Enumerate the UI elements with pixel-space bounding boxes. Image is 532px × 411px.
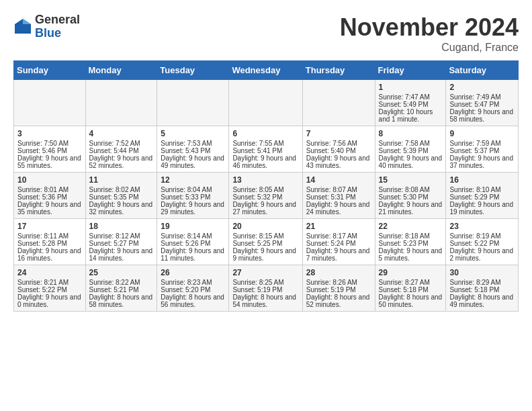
day-info: Sunrise: 8:27 AM xyxy=(379,279,443,286)
day-info: Daylight: 9 hours and 46 minutes. xyxy=(232,154,298,169)
calendar-table: SundayMondayTuesdayWednesdayThursdayFrid… xyxy=(13,60,519,312)
col-header-monday: Monday xyxy=(85,61,157,80)
day-info: Sunset: 5:30 PM xyxy=(379,193,443,201)
calendar-cell: 25Sunrise: 8:22 AMSunset: 5:21 PMDayligh… xyxy=(85,265,157,312)
day-info: Daylight: 8 hours and 52 minutes. xyxy=(306,293,371,308)
day-number: 25 xyxy=(89,268,154,277)
calendar-cell: 11Sunrise: 8:02 AMSunset: 5:35 PMDayligh… xyxy=(85,173,157,219)
day-info: Sunrise: 8:10 AM xyxy=(449,186,515,193)
day-number: 15 xyxy=(379,175,443,185)
day-number: 16 xyxy=(449,175,515,185)
day-number: 29 xyxy=(379,268,443,277)
day-info: Sunset: 5:18 PM xyxy=(449,286,515,293)
day-info: Sunset: 5:18 PM xyxy=(379,286,443,293)
day-info: Daylight: 9 hours and 49 minutes. xyxy=(161,154,225,169)
logo-general-text: General xyxy=(35,13,80,27)
day-info: Sunrise: 8:15 AM xyxy=(232,232,298,240)
calendar-cell: 8Sunrise: 7:58 AMSunset: 5:39 PMDaylight… xyxy=(375,126,446,173)
day-number: 11 xyxy=(89,175,154,185)
day-info: Sunset: 5:20 PM xyxy=(161,286,225,293)
calendar-header-row: SundayMondayTuesdayWednesdayThursdayFrid… xyxy=(14,61,519,80)
calendar-cell: 1Sunrise: 7:47 AMSunset: 5:49 PMDaylight… xyxy=(375,80,446,126)
calendar-week-row: 3Sunrise: 7:50 AMSunset: 5:46 PMDaylight… xyxy=(14,126,519,173)
day-info: Sunrise: 8:11 AM xyxy=(17,232,82,240)
calendar-cell: 23Sunrise: 8:19 AMSunset: 5:22 PMDayligh… xyxy=(446,219,519,265)
day-number: 18 xyxy=(89,222,154,231)
day-info: Sunrise: 8:07 AM xyxy=(306,186,371,193)
day-number: 30 xyxy=(449,268,515,277)
day-info: Sunset: 5:44 PM xyxy=(89,147,154,154)
day-info: Sunset: 5:19 PM xyxy=(306,286,371,293)
day-info: Daylight: 9 hours and 27 minutes. xyxy=(232,201,298,216)
day-info: Sunrise: 8:19 AM xyxy=(449,232,515,240)
calendar-cell: 5Sunrise: 7:53 AMSunset: 5:43 PMDaylight… xyxy=(157,126,229,173)
day-info: Daylight: 9 hours and 43 minutes. xyxy=(306,154,371,169)
day-number: 23 xyxy=(449,222,515,231)
col-header-sunday: Sunday xyxy=(14,61,86,80)
day-number: 27 xyxy=(232,268,298,277)
day-number: 7 xyxy=(306,129,371,138)
day-number: 12 xyxy=(161,175,225,185)
day-info: Sunset: 5:21 PM xyxy=(89,286,154,293)
calendar-cell: 29Sunrise: 8:27 AMSunset: 5:18 PMDayligh… xyxy=(375,265,446,312)
calendar-cell: 16Sunrise: 8:10 AMSunset: 5:29 PMDayligh… xyxy=(446,173,519,219)
day-info: Daylight: 8 hours and 54 minutes. xyxy=(232,293,298,308)
day-info: Daylight: 9 hours and 52 minutes. xyxy=(89,154,154,169)
calendar-cell: 30Sunrise: 8:29 AMSunset: 5:18 PMDayligh… xyxy=(446,265,519,312)
day-number: 13 xyxy=(232,175,298,185)
calendar-cell: 27Sunrise: 8:25 AMSunset: 5:19 PMDayligh… xyxy=(229,265,302,312)
day-number: 20 xyxy=(232,222,298,231)
day-info: Sunset: 5:36 PM xyxy=(17,193,82,201)
logo-icon xyxy=(13,17,32,36)
calendar-week-row: 10Sunrise: 8:01 AMSunset: 5:36 PMDayligh… xyxy=(14,173,519,219)
day-info: Sunset: 5:33 PM xyxy=(161,193,225,201)
day-info: Sunset: 5:26 PM xyxy=(161,240,225,247)
day-number: 2 xyxy=(449,83,515,92)
calendar-cell: 7Sunrise: 7:56 AMSunset: 5:40 PMDaylight… xyxy=(302,126,375,173)
col-header-thursday: Thursday xyxy=(302,61,375,80)
day-info: Daylight: 9 hours and 37 minutes. xyxy=(449,154,515,169)
day-info: Sunrise: 7:59 AM xyxy=(449,140,515,147)
day-number: 10 xyxy=(17,175,82,185)
calendar-cell: 12Sunrise: 8:04 AMSunset: 5:33 PMDayligh… xyxy=(157,173,229,219)
day-number: 14 xyxy=(306,175,371,185)
page-header: General Blue November 2024 Cugand, Franc… xyxy=(13,13,519,54)
calendar-cell xyxy=(14,80,86,126)
month-title: November 2024 xyxy=(340,13,519,42)
calendar-cell: 6Sunrise: 7:55 AMSunset: 5:41 PMDaylight… xyxy=(229,126,302,173)
day-info: Sunset: 5:22 PM xyxy=(17,286,82,293)
day-number: 6 xyxy=(232,129,298,138)
day-number: 4 xyxy=(89,129,154,138)
day-info: Sunset: 5:31 PM xyxy=(306,193,371,201)
day-info: Sunset: 5:35 PM xyxy=(89,193,154,201)
day-info: Sunset: 5:22 PM xyxy=(449,240,515,247)
day-info: Sunrise: 7:52 AM xyxy=(89,140,154,147)
day-info: Sunset: 5:40 PM xyxy=(306,147,371,154)
calendar-cell: 10Sunrise: 8:01 AMSunset: 5:36 PMDayligh… xyxy=(14,173,86,219)
day-info: Daylight: 9 hours and 58 minutes. xyxy=(449,108,515,123)
day-info: Daylight: 9 hours and 24 minutes. xyxy=(306,201,371,216)
calendar-cell: 15Sunrise: 8:08 AMSunset: 5:30 PMDayligh… xyxy=(375,173,446,219)
calendar-cell: 4Sunrise: 7:52 AMSunset: 5:44 PMDaylight… xyxy=(85,126,157,173)
calendar-week-row: 1Sunrise: 7:47 AMSunset: 5:49 PMDaylight… xyxy=(14,80,519,126)
svg-marker-1 xyxy=(23,19,31,24)
day-info: Sunset: 5:39 PM xyxy=(379,147,443,154)
day-info: Daylight: 9 hours and 2 minutes. xyxy=(449,247,515,262)
day-info: Daylight: 8 hours and 58 minutes. xyxy=(89,293,154,308)
day-info: Sunrise: 7:58 AM xyxy=(379,140,443,147)
col-header-wednesday: Wednesday xyxy=(229,61,302,80)
day-info: Sunrise: 8:21 AM xyxy=(17,279,82,286)
day-info: Sunset: 5:19 PM xyxy=(232,286,298,293)
day-info: Sunset: 5:41 PM xyxy=(232,147,298,154)
calendar-cell: 24Sunrise: 8:21 AMSunset: 5:22 PMDayligh… xyxy=(14,265,86,312)
calendar-cell: 20Sunrise: 8:15 AMSunset: 5:25 PMDayligh… xyxy=(229,219,302,265)
day-info: Daylight: 9 hours and 16 minutes. xyxy=(17,247,82,262)
day-number: 22 xyxy=(379,222,443,231)
day-info: Sunrise: 8:29 AM xyxy=(449,279,515,286)
day-info: Sunrise: 7:50 AM xyxy=(17,140,82,147)
day-info: Sunrise: 8:23 AM xyxy=(161,279,225,286)
location: Cugand, France xyxy=(340,42,519,54)
day-info: Sunset: 5:47 PM xyxy=(449,101,515,108)
calendar-cell xyxy=(157,80,229,126)
col-header-friday: Friday xyxy=(375,61,446,80)
